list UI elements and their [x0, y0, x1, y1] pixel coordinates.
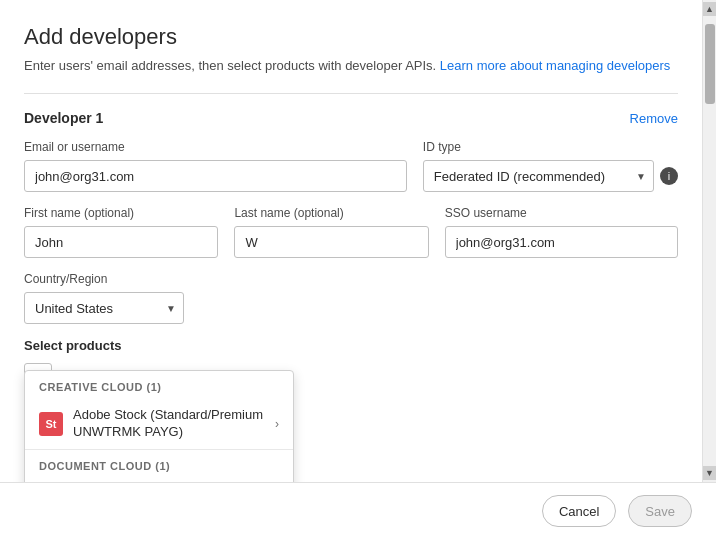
email-label: Email or username [24, 140, 407, 154]
cancel-button[interactable]: Cancel [542, 495, 616, 527]
developer-title: Developer 1 [24, 110, 103, 126]
learn-more-link[interactable]: Learn more about managing developers [440, 58, 671, 73]
country-group: Country/Region United States ▼ [24, 272, 184, 324]
country-select[interactable]: United States [24, 292, 184, 324]
scroll-up-arrow[interactable]: ▲ [703, 2, 717, 16]
save-button[interactable]: Save [628, 495, 692, 527]
developer-header: Developer 1 Remove [24, 110, 678, 126]
idtype-group: ID type Federated ID (recommended) ▼ i [423, 140, 678, 192]
scroll-thumb[interactable] [705, 24, 715, 104]
lastname-input[interactable] [234, 226, 428, 258]
email-group: Email or username [24, 140, 407, 192]
firstname-input[interactable] [24, 226, 218, 258]
lastname-group: Last name (optional) [234, 206, 428, 258]
name-sso-row: First name (optional) Last name (optiona… [24, 206, 678, 258]
scrollbar-track: ▲ ▼ [702, 0, 716, 482]
page-subtitle: Enter users' email addresses, then selec… [24, 58, 678, 73]
ssousername-input[interactable] [445, 226, 678, 258]
country-row: Country/Region United States ▼ [24, 272, 678, 324]
email-input[interactable] [24, 160, 407, 192]
creative-cloud-header: CREATIVE CLOUD (1) [25, 371, 293, 399]
stock-icon: St [39, 412, 63, 436]
idtype-label: ID type [423, 140, 678, 154]
scroll-down-arrow[interactable]: ▼ [703, 466, 717, 480]
firstname-group: First name (optional) [24, 206, 218, 258]
stock-chevron-right-icon: › [275, 417, 279, 431]
products-dropdown: CREATIVE CLOUD (1) St Adobe Stock (Stand… [24, 370, 294, 482]
ssousername-group: SSO username [445, 206, 678, 258]
ssousername-label: SSO username [445, 206, 678, 220]
adobe-stock-item[interactable]: St Adobe Stock (Standard/Premium UNWTRMK… [25, 399, 293, 449]
firstname-label: First name (optional) [24, 206, 218, 220]
lastname-label: Last name (optional) [234, 206, 428, 220]
section-divider [24, 93, 678, 94]
email-idtype-row: Email or username ID type Federated ID (… [24, 140, 678, 192]
idtype-select[interactable]: Federated ID (recommended) [423, 160, 654, 192]
pdf-services-item[interactable]: Dc Enterprise PDF Services Developer [25, 478, 293, 482]
adobe-stock-name: Adobe Stock (Standard/Premium UNWTRMK PA… [73, 407, 265, 441]
select-products-label: Select products [24, 338, 678, 353]
developer-section: Developer 1 Remove Email or username ID … [24, 110, 678, 391]
info-icon[interactable]: i [660, 167, 678, 185]
remove-link[interactable]: Remove [630, 111, 678, 126]
country-label: Country/Region [24, 272, 184, 286]
footer-bar: Cancel Save [0, 482, 716, 539]
page-title: Add developers [24, 24, 678, 50]
document-cloud-header: DOCUMENT CLOUD (1) [25, 450, 293, 478]
